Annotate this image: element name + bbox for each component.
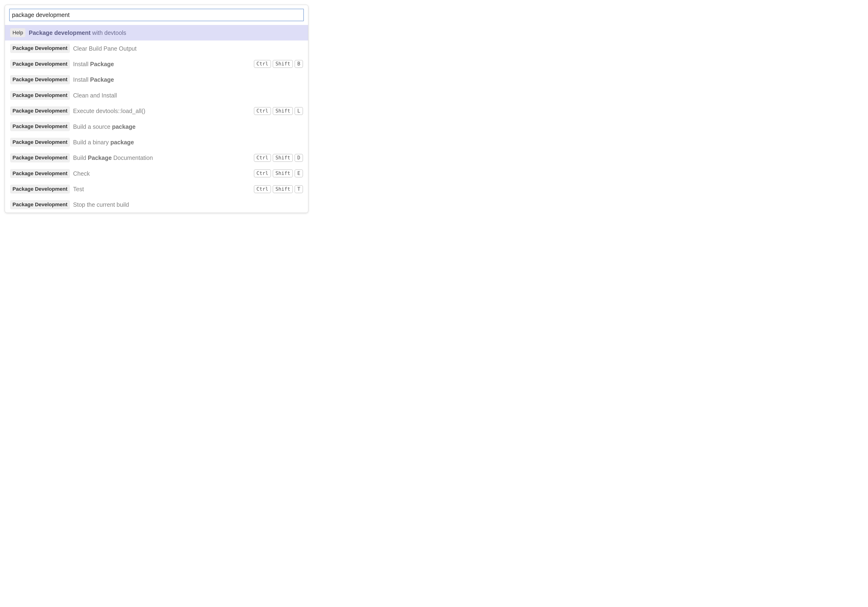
shortcut: CtrlShiftD — [254, 154, 303, 162]
category-badge: Help — [10, 28, 25, 37]
shortcut: CtrlShiftE — [254, 169, 303, 177]
result-label: Package development with devtools — [29, 29, 303, 36]
category-badge: Package Development — [10, 138, 70, 147]
result-label: Install Package — [73, 76, 303, 83]
result-item[interactable]: Package DevelopmentBuild a source packag… — [5, 119, 308, 134]
result-item[interactable]: Package DevelopmentInstall Package — [5, 72, 308, 87]
shortcut-key: Shift — [273, 60, 293, 68]
result-item[interactable]: Package DevelopmentCheckCtrlShiftE — [5, 166, 308, 181]
shortcut-key: Ctrl — [254, 107, 271, 115]
shortcut-key: T — [294, 185, 303, 193]
result-label: Install Package — [73, 61, 251, 68]
result-item[interactable]: Package DevelopmentBuild a binary packag… — [5, 134, 308, 150]
shortcut-key: L — [294, 107, 303, 115]
result-label: Build a source package — [73, 123, 303, 130]
shortcut-key: E — [294, 169, 303, 177]
result-item[interactable]: Package DevelopmentTestCtrlShiftT — [5, 181, 308, 197]
shortcut-key: Ctrl — [254, 60, 271, 68]
search-wrap — [5, 5, 308, 25]
result-label: Build a binary package — [73, 139, 303, 146]
category-badge: Package Development — [10, 60, 70, 68]
shortcut: CtrlShiftT — [254, 185, 303, 193]
category-badge: Package Development — [10, 200, 70, 209]
category-badge: Package Development — [10, 44, 70, 53]
shortcut: CtrlShiftL — [254, 107, 303, 115]
search-input[interactable] — [9, 9, 304, 21]
command-palette: HelpPackage development with devtoolsPac… — [5, 5, 308, 213]
category-badge: Package Development — [10, 91, 70, 100]
result-item[interactable]: Package DevelopmentStop the current buil… — [5, 197, 308, 213]
result-item[interactable]: HelpPackage development with devtools — [5, 25, 308, 40]
category-badge: Package Development — [10, 153, 70, 162]
shortcut-key: Shift — [273, 185, 293, 193]
category-badge: Package Development — [10, 75, 70, 84]
result-label: Check — [73, 170, 251, 177]
shortcut-key: D — [294, 154, 303, 162]
shortcut: CtrlShiftB — [254, 60, 303, 68]
category-badge: Package Development — [10, 169, 70, 178]
result-item[interactable]: Package DevelopmentExecute devtools::loa… — [5, 103, 308, 119]
category-badge: Package Development — [10, 122, 70, 131]
shortcut-key: Shift — [273, 169, 293, 177]
result-label: Clear Build Pane Output — [73, 45, 303, 52]
shortcut-key: Ctrl — [254, 185, 271, 193]
category-badge: Package Development — [10, 106, 70, 115]
result-item[interactable]: Package DevelopmentBuild Package Documen… — [5, 150, 308, 166]
result-item[interactable]: Package DevelopmentClean and Install — [5, 88, 308, 103]
results-list[interactable]: HelpPackage development with devtoolsPac… — [5, 25, 308, 213]
category-badge: Package Development — [10, 185, 70, 194]
shortcut-key: Shift — [273, 154, 293, 162]
shortcut-key: Shift — [273, 107, 293, 115]
result-label: Test — [73, 186, 251, 193]
result-label: Clean and Install — [73, 92, 303, 99]
shortcut-key: B — [294, 60, 303, 68]
result-label: Stop the current build — [73, 201, 303, 208]
result-item[interactable]: Package DevelopmentClear Build Pane Outp… — [5, 40, 308, 56]
shortcut-key: Ctrl — [254, 154, 271, 162]
result-item[interactable]: Package DevelopmentInstall PackageCtrlSh… — [5, 56, 308, 72]
result-label: Execute devtools::load_all() — [73, 107, 251, 115]
shortcut-key: Ctrl — [254, 169, 271, 177]
result-label: Build Package Documentation — [73, 154, 251, 161]
